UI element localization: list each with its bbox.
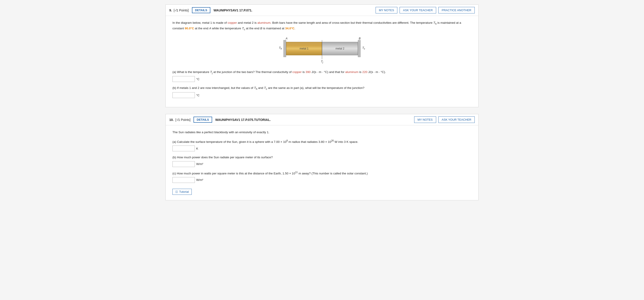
question-10-number: 10. [-/1 Points] [169,118,190,122]
copper-cond: 390 [306,70,311,74]
q10-details-button[interactable]: DETAILS [194,117,212,123]
question-9-header: 9. [-/1 Points] DETAILS WAUNIPHYSAV1 17.… [166,5,478,16]
q10-title: WAUNIPHYSAV1 17.P.075.TUTORIAL. [215,118,411,122]
cond-unit-a: J/(s · m · °C) [312,70,328,74]
q9-intro-text: In the diagram below, metal 1 is made of… [172,20,472,31]
q10-ask-teacher-button[interactable]: ASK YOUR TEACHER [438,116,475,123]
q9-header-buttons: MY NOTES ASK YOUR TEACHER PRACTICE ANOTH… [376,7,475,13]
q10-part-a-label: (a) Calculate the surface temperature of… [172,139,472,144]
tutorial-label: Tutorial [179,190,189,193]
q10-part-a: (a) Calculate the surface temperature of… [172,139,472,151]
hot-temp-value: 90.0°C [185,27,194,30]
diagram-metal2-label: metal 2 [336,47,344,50]
q10-num: 10. [169,118,174,122]
diagram-metal1-label: metal 1 [300,47,308,50]
q9-part-b: (b) If metals 1 and 2 are now interchang… [172,86,472,98]
q9-ask-teacher-button[interactable]: ASK YOUR TEACHER [400,7,436,13]
diagram-label-th: Th [279,46,282,50]
diagram-label-b: B [359,37,360,40]
diagram-end-cap-right [358,40,360,57]
alum-cond: 220 [362,70,368,74]
q10-intro-text: The Sun radiates like a perfect blackbod… [172,130,472,135]
q9-part-a-label: (a) What is the temperature Tj at the ju… [172,70,472,75]
q10-part-b-label: (b) How much power does the Sun radiate … [172,155,472,160]
q9-practice-another-button[interactable]: PRACTICE ANOTHER [438,7,475,13]
diagram-label-a: A [286,37,288,40]
q9-part-b-input[interactable] [172,92,195,98]
aluminum-text-a: aluminum [345,70,358,74]
tutorial-icon: ◫ [175,190,178,193]
q10-points: [-/1 Points] [175,118,190,122]
q9-part-a: (a) What is the temperature Tj at the ju… [172,70,472,82]
q10-header-buttons: MY NOTES ASK YOUR TEACHER [414,116,475,123]
q9-part-a-input[interactable] [172,76,195,82]
q10-part-a-unit: K [196,147,198,150]
question-9-body: In the diagram below, metal 1 is made of… [166,16,478,107]
tutorial-button[interactable]: ◫ Tutorial [172,189,192,195]
question-9-number: 9. [-/1 Points] [169,8,189,12]
question-10-body: The Sun radiates like a perfect blackbod… [166,125,478,200]
q9-details-button[interactable]: DETAILS [192,7,210,13]
q9-num: 9. [169,8,172,12]
alum-unit-a: J/(s · m · °C) [368,70,385,74]
q9-points: [-/1 Points] [174,8,189,12]
q9-diagram: A B Th Tc Tj metal 1 [277,36,367,65]
q10-part-c-answer-row: W/m² [172,177,472,183]
copper-label: copper [228,21,237,24]
q9-diagram-container: A B Th Tc Tj metal 1 [172,36,472,65]
question-9-block: 9. [-/1 Points] DETAILS WAUNIPHYSAV1 17.… [166,4,478,107]
q10-part-b-answer-row: W/m² [172,161,472,167]
q9-title: WAUNIPHYSAV1 17.P.071. [214,8,372,12]
q9-part-b-unit: °C [196,94,200,97]
question-10-block: 10. [-/1 Points] DETAILS WAUNIPHYSAV1 17… [166,114,478,200]
q9-part-b-label: (b) If metals 1 and 2 are now interchang… [172,86,472,91]
aluminum-label: aluminum [258,21,271,24]
copper-text-a: copper [292,70,302,74]
diagram-copper-bar: metal 1 [286,42,322,55]
q9-my-notes-button[interactable]: MY NOTES [376,7,398,13]
cold-temp-value: 34.0°C [285,27,294,30]
diagram-end-cap-left [284,40,286,57]
q10-part-a-answer-row: K [172,146,472,151]
question-10-header: 10. [-/1 Points] DETAILS WAUNIPHYSAV1 17… [166,114,478,125]
q10-part-c-input[interactable] [172,177,195,183]
q10-part-c-label: (c) How much power in watts per square m… [172,171,472,176]
q9-part-a-answer-row: °C [172,76,472,82]
q10-part-a-input[interactable] [172,146,195,151]
q10-my-notes-button[interactable]: MY NOTES [414,116,436,123]
q10-part-b-input[interactable] [172,161,195,167]
diagram-label-tc: Tc [362,46,365,50]
q10-part-c-unit: W/m² [196,178,203,181]
diagram-label-tj: Tj [321,60,323,64]
q10-part-b-unit: W/m² [196,162,203,166]
q10-part-b: (b) How much power does the Sun radiate … [172,155,472,167]
q10-part-c: (c) How much power in watts per square m… [172,171,472,183]
q9-part-a-unit: °C [196,77,200,81]
diagram-junction-line [322,40,322,59]
diagram-aluminum-bar: metal 2 [322,42,358,55]
q9-part-b-answer-row: °C [172,92,472,98]
